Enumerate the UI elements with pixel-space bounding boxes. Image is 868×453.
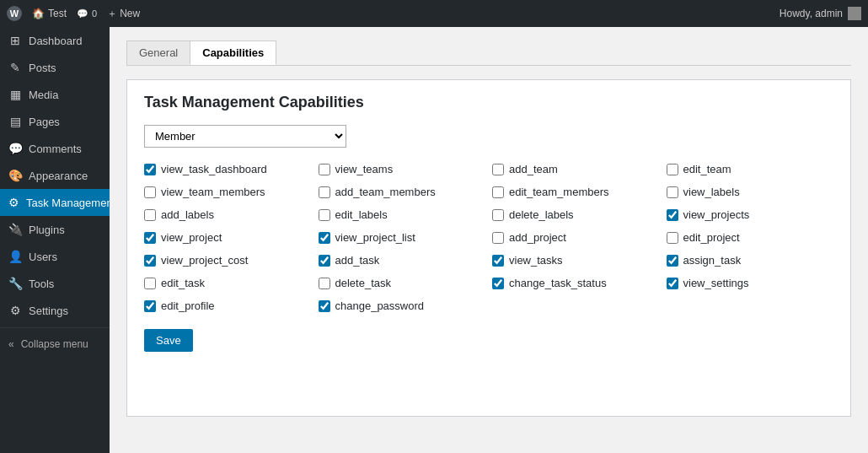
section-title: Task Management Capabilities (144, 94, 833, 111)
save-button[interactable]: Save (144, 329, 193, 352)
cap-checkbox-view_project_list[interactable] (319, 232, 330, 244)
tab-capabilities[interactable]: Capabilities (190, 40, 276, 65)
home-icon: 🏠 (32, 8, 45, 19)
tools-icon: 🔧 (8, 277, 22, 290)
comments-link[interactable]: 💬 0 (77, 8, 97, 19)
dashboard-icon: ⊞ (8, 34, 22, 47)
cap-label-edit_task: edit_task (161, 277, 205, 289)
user-avatar (848, 7, 861, 20)
cap-checkbox-view_team_members[interactable] (144, 186, 156, 198)
cap-item-view_project: view_project (144, 231, 312, 244)
cap-label-view_teams: view_teams (335, 163, 394, 175)
sidebar-label-users: Users (29, 251, 57, 263)
role-dropdown-wrapper: AdministratorEditorAuthorContributorSubs… (144, 125, 833, 148)
cap-label-view_projects: view_projects (683, 208, 750, 221)
sidebar-item-media[interactable]: ▦Media (0, 81, 110, 108)
cap-label-add_project: add_project (509, 231, 566, 244)
cap-item-view_projects: view_projects (667, 208, 834, 221)
sidebar-label-posts: Posts (29, 62, 56, 74)
cap-item-view_settings: view_settings (667, 277, 834, 289)
cap-label-view_project_cost: view_project_cost (161, 254, 248, 267)
cap-label-change_task_status: change_task_status (509, 277, 607, 289)
cap-checkbox-edit_project[interactable] (667, 232, 678, 244)
cap-checkbox-change_task_status[interactable] (492, 278, 504, 289)
cap-checkbox-add_labels[interactable] (144, 209, 156, 221)
cap-checkbox-edit_task[interactable] (144, 278, 156, 289)
cap-checkbox-add_project[interactable] (492, 232, 504, 244)
cap-item-edit_profile: edit_profile (144, 299, 312, 312)
cap-item-edit_team_members: edit_team_members (492, 186, 660, 198)
cap-label-delete_task: delete_task (335, 277, 392, 289)
sidebar-item-posts[interactable]: ✎Posts (0, 54, 110, 81)
sidebar-item-tools[interactable]: 🔧Tools (0, 270, 110, 297)
role-select[interactable]: AdministratorEditorAuthorContributorSubs… (144, 125, 346, 148)
cap-checkbox-delete_labels[interactable] (492, 209, 504, 221)
tab-general[interactable]: General (126, 40, 190, 65)
cap-item-edit_task: edit_task (144, 277, 312, 289)
cap-label-edit_labels: edit_labels (335, 208, 388, 221)
cap-label-add_labels: add_labels (161, 208, 214, 221)
cap-checkbox-view_projects[interactable] (667, 209, 678, 221)
cap-label-change_password: change_password (335, 299, 425, 312)
cap-label-view_task_dashboard: view_task_dashboard (161, 163, 267, 175)
cap-item-edit_team: edit_team (667, 163, 834, 175)
comment-icon: 💬 (77, 8, 88, 19)
cap-checkbox-add_team[interactable] (492, 164, 504, 175)
cap-item-view_tasks: view_tasks (492, 254, 660, 267)
sidebar-item-users[interactable]: 👤Users (0, 243, 110, 270)
cap-checkbox-edit_labels[interactable] (319, 209, 330, 221)
pages-icon: ▤ (8, 115, 22, 128)
cap-item-add_team: add_team (492, 163, 660, 175)
cap-item-view_labels: view_labels (667, 186, 834, 198)
sidebar-label-dashboard: Dashboard (29, 35, 83, 47)
plus-icon: ＋ (107, 7, 117, 21)
user-greeting: Howdy, admin (780, 7, 861, 20)
cap-item-add_task: add_task (319, 254, 486, 267)
settings-icon: ⚙ (8, 304, 22, 317)
cap-checkbox-add_team_members[interactable] (319, 186, 330, 198)
media-icon: ▦ (8, 88, 22, 101)
site-name-link[interactable]: 🏠 Test (32, 8, 67, 19)
sidebar-item-task-management[interactable]: ⚙Task Management (0, 189, 110, 216)
cap-checkbox-view_project_cost[interactable] (144, 255, 156, 267)
cap-item-add_project: add_project (492, 231, 660, 244)
collapse-icon: « (8, 338, 14, 350)
content-box: Task Management Capabilities Administrat… (126, 79, 851, 417)
cap-checkbox-view_teams[interactable] (319, 164, 330, 175)
sidebar: ⊞Dashboard✎Posts▦Media▤Pages💬Comments🎨Ap… (0, 27, 110, 453)
cap-checkbox-view_project[interactable] (144, 232, 156, 244)
cap-item-view_project_cost: view_project_cost (144, 254, 312, 267)
cap-item-edit_labels: edit_labels (319, 208, 486, 221)
cap-item-add_team_members: add_team_members (319, 186, 486, 198)
sidebar-item-pages[interactable]: ▤Pages (0, 108, 110, 135)
new-content-link[interactable]: ＋ New (107, 7, 140, 21)
cap-item-add_labels: add_labels (144, 208, 312, 221)
cap-item-assign_task: assign_task (667, 254, 834, 267)
sidebar-item-plugins[interactable]: 🔌Plugins (0, 216, 110, 243)
cap-checkbox-add_task[interactable] (319, 255, 330, 267)
cap-item-view_task_dashboard: view_task_dashboard (144, 163, 312, 175)
cap-label-edit_team: edit_team (683, 163, 731, 175)
collapse-menu-button[interactable]: « Collapse menu (0, 332, 110, 357)
sidebar-item-comments[interactable]: 💬Comments (0, 135, 110, 162)
sidebar-item-settings[interactable]: ⚙Settings (0, 297, 110, 324)
cap-checkbox-view_task_dashboard[interactable] (144, 164, 156, 175)
cap-checkbox-view_tasks[interactable] (492, 255, 504, 267)
sidebar-item-appearance[interactable]: 🎨Appearance (0, 162, 110, 189)
new-label: New (120, 8, 140, 19)
cap-item-change_password: change_password (319, 299, 486, 312)
cap-checkbox-view_settings[interactable] (667, 278, 678, 289)
sidebar-label-task-management: Task Management (26, 197, 110, 209)
cap-label-view_project_list: view_project_list (335, 231, 415, 244)
cap-checkbox-edit_team[interactable] (667, 164, 678, 175)
cap-checkbox-edit_profile[interactable] (144, 300, 156, 312)
cap-checkbox-view_labels[interactable] (667, 186, 678, 198)
cap-checkbox-assign_task[interactable] (667, 255, 678, 267)
cap-label-edit_profile: edit_profile (161, 299, 215, 312)
sidebar-item-dashboard[interactable]: ⊞Dashboard (0, 27, 110, 54)
cap-checkbox-change_password[interactable] (319, 300, 330, 312)
sidebar-label-comments: Comments (29, 143, 82, 155)
cap-checkbox-edit_team_members[interactable] (492, 186, 504, 198)
cap-label-view_settings: view_settings (683, 277, 749, 289)
cap-checkbox-delete_task[interactable] (319, 278, 330, 289)
